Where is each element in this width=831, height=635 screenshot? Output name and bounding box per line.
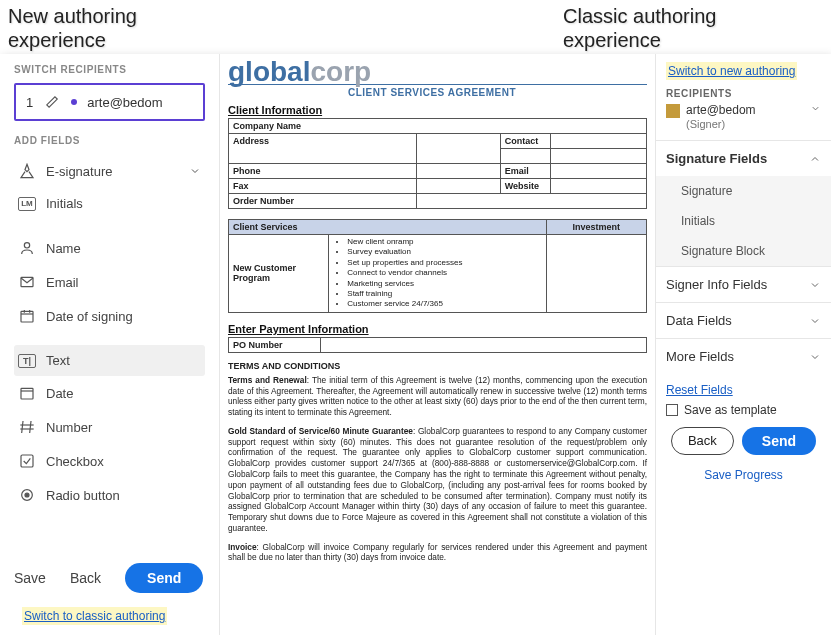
radio-icon — [18, 486, 36, 504]
field-option-initials[interactable]: Initials — [656, 206, 831, 236]
chevron-up-icon — [809, 153, 821, 165]
signature-fields-list: Signature Initials Signature Block — [656, 176, 831, 266]
accordion-more-fields[interactable]: More Fields — [656, 338, 831, 374]
field-date-of-signing[interactable]: Date of signing — [14, 299, 205, 333]
accordion-signer-info[interactable]: Signer Info Fields — [656, 266, 831, 302]
field-label: Checkbox — [46, 454, 104, 469]
client-info-table: Company Name AddressContact PhoneEmail F… — [228, 118, 647, 209]
svg-line-8 — [22, 421, 23, 433]
field-name[interactable]: Name — [14, 231, 205, 265]
switch-to-new-link[interactable]: Switch to new authoring — [666, 62, 797, 80]
send-button[interactable]: Send — [125, 563, 203, 593]
logo-global: global — [228, 56, 310, 87]
field-label: Name — [46, 241, 81, 256]
field-label: Initials — [46, 196, 83, 211]
save-button[interactable]: Save — [14, 570, 46, 586]
recipient-color-dot — [71, 99, 77, 105]
field-label: Date of signing — [46, 309, 133, 324]
back-button[interactable]: Back — [70, 570, 101, 586]
checkbox-icon[interactable] — [666, 404, 678, 416]
accordion-signature-fields[interactable]: Signature Fields — [656, 140, 831, 176]
svg-point-14 — [25, 493, 29, 497]
svg-point-0 — [24, 243, 29, 248]
client-info-heading: Client Information — [228, 104, 647, 116]
classic-experience-label: Classic authoring experience — [563, 4, 783, 52]
field-label: Radio button — [46, 488, 120, 503]
logo-corp: corp — [310, 56, 371, 87]
recipient-email: arte@bedom — [686, 103, 804, 117]
right-panel: Switch to new authoring RECIPIENTS arte@… — [655, 54, 831, 635]
chevron-down-icon — [809, 279, 821, 291]
terms-paragraph: Invoice: GlobalCorp will invoice Company… — [228, 542, 647, 564]
switch-recipients-label: SWITCH RECIPIENTS — [14, 64, 205, 75]
svg-rect-2 — [21, 311, 33, 322]
field-label: E-signature — [46, 164, 112, 179]
field-radio[interactable]: Radio button — [14, 478, 205, 512]
field-option-signature[interactable]: Signature — [656, 176, 831, 206]
recipients-label: RECIPIENTS — [666, 88, 821, 99]
field-option-signature-block[interactable]: Signature Block — [656, 236, 831, 266]
recipient-dropdown[interactable]: arte@bedom — [666, 103, 821, 118]
initials-icon: LM — [18, 197, 36, 211]
hash-icon — [18, 418, 36, 436]
payment-table: PO Number — [228, 337, 647, 353]
envelope-icon — [18, 273, 36, 291]
svg-rect-12 — [21, 455, 33, 467]
payment-heading: Enter Payment Information — [228, 323, 647, 335]
field-text[interactable]: T| Text — [14, 345, 205, 376]
chevron-down-icon — [809, 351, 821, 363]
field-date[interactable]: Date — [14, 376, 205, 410]
left-panel: SWITCH RECIPIENTS 1 arte@bedom ADD FIELD… — [0, 54, 220, 635]
person-icon — [18, 239, 36, 257]
switch-to-classic-link[interactable]: Switch to classic authoring — [22, 607, 167, 625]
field-label: Email — [46, 275, 79, 290]
chevron-down-icon — [189, 165, 201, 177]
document-preview[interactable]: globalcorp CLIENT SERVICES AGREEMENT Cli… — [220, 54, 655, 635]
recipient-email: arte@bedom — [87, 95, 162, 110]
send-button[interactable]: Send — [742, 427, 816, 455]
field-label: Date — [46, 386, 73, 401]
calendar-icon — [18, 307, 36, 325]
field-initials[interactable]: LM Initials — [14, 188, 205, 219]
pen-nib-icon — [18, 162, 36, 180]
svg-line-9 — [30, 421, 31, 433]
main-container: SWITCH RECIPIENTS 1 arte@bedom ADD FIELD… — [0, 54, 831, 635]
agreement-title: CLIENT SERVICES AGREEMENT — [348, 87, 516, 98]
terms-heading: TERMS AND CONDITIONS — [228, 361, 647, 371]
save-as-template-label: Save as template — [684, 403, 777, 417]
field-number[interactable]: Number — [14, 410, 205, 444]
reset-fields-link[interactable]: Reset Fields — [666, 383, 733, 397]
svg-rect-6 — [21, 388, 33, 399]
chevron-down-icon — [810, 103, 821, 114]
text-icon: T| — [18, 354, 36, 368]
calendar-icon — [18, 384, 36, 402]
save-as-template-row[interactable]: Save as template — [656, 399, 831, 425]
terms-paragraph: Terms and Renewal: Terms and Renewal: Th… — [228, 375, 647, 418]
client-services-table: Client ServicesInvestment New Customer P… — [228, 219, 647, 313]
chevron-down-icon — [809, 315, 821, 327]
back-button[interactable]: Back — [671, 427, 734, 455]
field-email[interactable]: Email — [14, 265, 205, 299]
field-checkbox[interactable]: Checkbox — [14, 444, 205, 478]
recipient-role: (Signer) — [686, 118, 821, 130]
recipient-selector[interactable]: 1 arte@bedom — [14, 83, 205, 121]
recipient-number: 1 — [26, 95, 33, 110]
field-label: Text — [46, 353, 70, 368]
field-label: Number — [46, 420, 92, 435]
pen-icon — [43, 93, 61, 111]
checkbox-icon — [18, 452, 36, 470]
recipient-color-swatch — [666, 104, 680, 118]
field-esignature[interactable]: E-signature — [14, 154, 205, 188]
accordion-data-fields[interactable]: Data Fields — [656, 302, 831, 338]
new-experience-label: New authoring experience — [8, 4, 208, 52]
save-progress-link[interactable]: Save Progress — [704, 468, 783, 482]
terms-paragraph: Gold Standard of Service/60 Minute Guara… — [228, 426, 647, 534]
add-fields-label: ADD FIELDS — [14, 135, 205, 146]
